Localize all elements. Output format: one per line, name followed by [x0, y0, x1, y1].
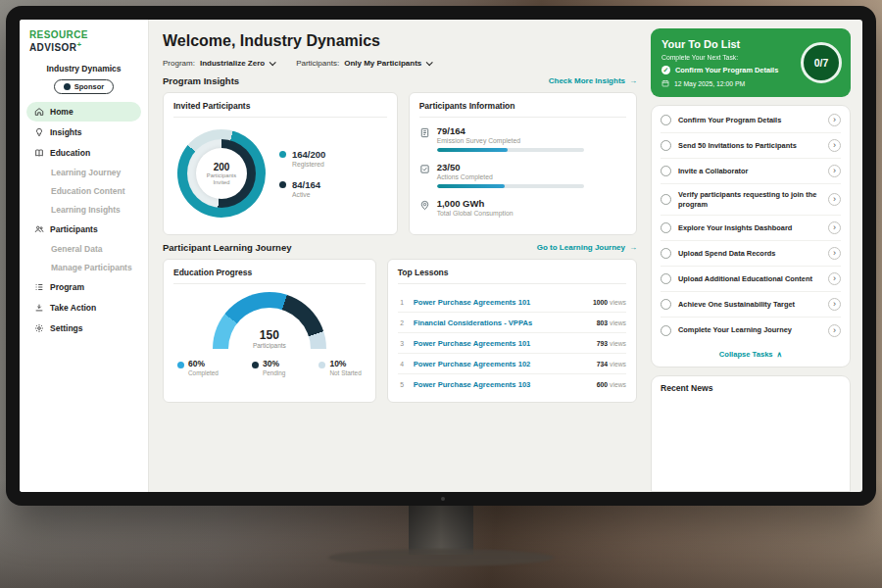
task-checkbox[interactable]: [661, 299, 671, 310]
task-label: Achieve One Sustainability Target: [678, 300, 821, 310]
task-checkbox[interactable]: [661, 166, 671, 176]
learning-journey-header: Participant Learning Journey Go to Learn…: [163, 242, 637, 253]
task-label: Explore Your Insights Dashboard: [678, 223, 821, 233]
gear-icon: [34, 323, 44, 333]
program-insights-header: Program Insights Check More Insights →: [163, 75, 637, 86]
nav-label: Learning Insights: [51, 205, 121, 215]
task-row-complete-learning-journey[interactable]: Complete Your Learning Journey ›: [661, 318, 841, 343]
task-checkbox[interactable]: [661, 115, 671, 125]
go-to-learning-journey-link[interactable]: Go to Learning Journey →: [537, 243, 637, 252]
legend-dot: [279, 151, 286, 158]
task-label: Send 50 Invitations to Participants: [678, 141, 821, 151]
lesson-link[interactable]: Power Purchase Agreements 101: [414, 339, 590, 348]
task-chevron-icon[interactable]: ›: [828, 247, 841, 260]
task-row-upload-educational-content[interactable]: Upload Additional Educational Content ›: [661, 267, 841, 292]
card-title: Invited Participants: [173, 101, 387, 118]
learning-journey-title: Participant Learning Journey: [163, 242, 291, 253]
task-chevron-icon[interactable]: ›: [828, 272, 841, 285]
link-label: Check More Insights: [549, 76, 625, 85]
legend-label: Pending: [263, 369, 285, 376]
sidebar-item-education-content[interactable]: Education Content: [26, 182, 141, 200]
task-chevron-icon[interactable]: ›: [828, 193, 841, 206]
task-row-verify-participants[interactable]: Verify participants requesting to join t…: [661, 184, 841, 216]
task-row-invite-collaborator[interactable]: Invite a Collaborator ›: [661, 159, 841, 184]
checklist-icon: [419, 164, 430, 174]
lesson-link[interactable]: Power Purchase Agreements 101: [414, 298, 586, 307]
task-row-upload-spend-data[interactable]: Upload Spend Data Records ›: [661, 241, 841, 267]
nav-label: Education Content: [51, 186, 125, 196]
task-chevron-icon[interactable]: ›: [828, 114, 841, 126]
stat-global-consumption: 1,000 GWh Total Global Consumption: [419, 198, 626, 217]
task-checkbox[interactable]: [661, 140, 671, 151]
stat-value: 79/164: [437, 125, 584, 136]
lesson-views-suffix: views: [608, 319, 626, 326]
sidebar-item-home[interactable]: Home: [26, 102, 141, 122]
participants-dropdown[interactable]: Only My Participants: [344, 59, 431, 68]
check-icon: ✓: [662, 66, 670, 74]
todo-next-task[interactable]: ✓ Confirm Your Program Details: [662, 66, 794, 74]
lesson-link[interactable]: Power Purchase Agreements 103: [414, 380, 590, 389]
sidebar-item-manage-participants[interactable]: Manage Participants: [26, 259, 141, 276]
page-title: Welcome, Industry Dynamics: [163, 32, 637, 50]
legend-label: Registered: [292, 161, 325, 168]
legend-dot: [318, 362, 325, 368]
chevron-up-icon: ∧: [777, 350, 783, 359]
stat-label: Emission Survey Completed: [437, 137, 584, 144]
lesson-row: 2 Financial Considerations - VPPAs 803 v…: [398, 313, 626, 333]
monitor-camera-dot: [441, 497, 445, 501]
legend-value: 164/200: [292, 149, 325, 160]
collapse-tasks-link[interactable]: Collapse Tasks ∧: [661, 343, 841, 367]
task-checkbox[interactable]: [661, 194, 671, 205]
lesson-views-suffix: views: [608, 361, 626, 368]
card-title: Participants Information: [419, 101, 626, 118]
task-row-achieve-target[interactable]: Achieve One Sustainability Target ›: [661, 292, 841, 318]
program-dropdown[interactable]: Industrialize Zero: [200, 59, 274, 68]
monitor-stand: [409, 504, 473, 555]
sponsor-badge[interactable]: Sponsor: [54, 79, 114, 94]
task-chevron-icon[interactable]: ›: [828, 221, 841, 234]
donut-center-value: 200: [214, 162, 230, 172]
sidebar-item-learning-insights[interactable]: Learning Insights: [26, 201, 141, 219]
sidebar-item-settings[interactable]: Settings: [26, 318, 141, 338]
stat-value: 1,000 GWh: [437, 198, 514, 209]
task-checkbox[interactable]: [661, 248, 671, 259]
task-label: Invite a Collaborator: [678, 167, 821, 176]
task-row-explore-insights[interactable]: Explore Your Insights Dashboard ›: [661, 216, 841, 241]
sidebar-item-insights[interactable]: Insights: [26, 122, 141, 142]
task-chevron-icon[interactable]: ›: [828, 165, 841, 177]
location-pin-icon: [419, 200, 430, 211]
todo-title: Your To Do List: [662, 38, 794, 50]
sidebar-item-program[interactable]: Program: [26, 277, 141, 297]
sidebar-item-learning-journey[interactable]: Learning Journey: [26, 164, 141, 181]
people-icon: [34, 224, 44, 234]
todo-tasks-card: Confirm Your Program Details › Send 50 I…: [651, 105, 851, 368]
program-filter-label: Program:: [163, 59, 195, 68]
progress-bar-fill: [437, 184, 505, 188]
task-label: Verify participants requesting to join t…: [678, 190, 821, 209]
todo-due-label: 12 May 2025, 12:00 PM: [674, 80, 745, 87]
task-row-send-invitations[interactable]: Send 50 Invitations to Participants ›: [661, 133, 841, 159]
task-chevron-icon[interactable]: ›: [828, 139, 841, 152]
task-row-confirm-program[interactable]: Confirm Your Program Details ›: [661, 108, 841, 133]
task-chevron-icon[interactable]: ›: [828, 324, 841, 337]
logo-resource: RESOURCE: [29, 29, 88, 40]
desk-background: RESOURCE ADVISOR+ Industry Dynamics Spon…: [0, 0, 882, 588]
task-checkbox[interactable]: [661, 222, 671, 233]
task-chevron-icon[interactable]: ›: [828, 298, 841, 311]
task-checkbox[interactable]: [661, 325, 671, 336]
legend-pending: 30% Pending: [252, 359, 285, 376]
list-icon: [34, 282, 44, 292]
lesson-link[interactable]: Power Purchase Agreements 102: [414, 360, 590, 368]
gauge-center: 150 Participants: [213, 328, 326, 349]
legend-label: Active: [292, 191, 320, 198]
lesson-link[interactable]: Financial Considerations - VPPAs: [414, 318, 590, 327]
check-more-insights-link[interactable]: Check More Insights →: [549, 76, 637, 85]
task-checkbox[interactable]: [661, 273, 671, 284]
participants-filter: Participants: Only My Participants: [296, 59, 431, 68]
invited-donut-wrap: 200 Participants Invited 164/200 Registe: [173, 125, 387, 221]
sidebar-item-education[interactable]: Education: [26, 143, 141, 163]
sidebar-item-general-data[interactable]: General Data: [26, 240, 141, 258]
sidebar-item-take-action[interactable]: Take Action: [26, 298, 141, 318]
org-name: Industry Dynamics: [26, 64, 141, 74]
sidebar-item-participants[interactable]: Participants: [26, 220, 141, 239]
